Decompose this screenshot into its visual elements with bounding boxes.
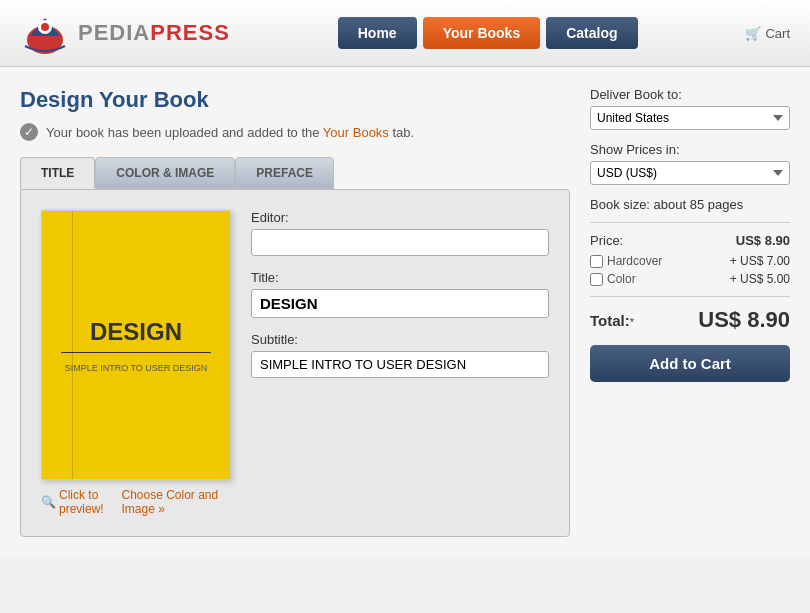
total-label: Total:: [590, 312, 630, 329]
logo-area: PEDIAPRESS: [20, 8, 230, 58]
book-spine-line: [72, 211, 73, 479]
subtitle-label: Subtitle:: [251, 332, 549, 347]
sidebar: Deliver Book to: United States Show Pric…: [590, 87, 790, 537]
hardcover-price: + US$ 7.00: [730, 254, 790, 268]
title-field-group: Title:: [251, 270, 549, 318]
price-section: Price: US$ 8.90 Hardcover + US$ 7.00 Col…: [590, 222, 790, 382]
content-area: Design Your Book ✓ Your book has been up…: [20, 87, 570, 537]
editor-panel: DESIGN SIMPLE INTRO TO USER DESIGN 🔍 Cli…: [20, 189, 570, 537]
book-cover: DESIGN SIMPLE INTRO TO USER DESIGN: [41, 210, 231, 480]
magnify-icon: 🔍: [41, 495, 56, 509]
book-size-info: Book size: about 85 pages: [590, 197, 790, 212]
home-button[interactable]: Home: [338, 17, 417, 49]
title-label: Title:: [251, 270, 549, 285]
hardcover-option-left: Hardcover: [590, 254, 662, 268]
editor-input[interactable]: [251, 229, 549, 256]
your-books-link[interactable]: Your Books: [323, 125, 389, 140]
base-price-row: Price: US$ 8.90: [590, 233, 790, 248]
tabs: TITLE COLOR & IMAGE PREFACE: [20, 157, 570, 189]
deliver-label: Deliver Book to:: [590, 87, 790, 102]
book-cover-title: DESIGN: [90, 318, 182, 346]
header: PEDIAPRESS Home Your Books Catalog 🛒 Car…: [0, 0, 810, 67]
page-title: Design Your Book: [20, 87, 570, 113]
hardcover-option-row: Hardcover + US$ 7.00: [590, 254, 790, 268]
add-to-cart-button[interactable]: Add to Cart: [590, 345, 790, 382]
deliver-select[interactable]: United States: [590, 106, 790, 130]
subtitle-field-group: Subtitle:: [251, 332, 549, 378]
main-content: Design Your Book ✓ Your book has been up…: [0, 67, 810, 557]
color-price: + US$ 5.00: [730, 272, 790, 286]
cart-area[interactable]: 🛒 Cart: [745, 26, 790, 41]
logo-text: PEDIAPRESS: [78, 20, 230, 46]
cart-icon: 🛒: [745, 26, 761, 41]
form-fields: Editor: Title: Subtitle:: [251, 210, 549, 516]
tab-preface[interactable]: PREFACE: [235, 157, 334, 189]
editor-field-group: Editor:: [251, 210, 549, 256]
upload-notice: ✓ Your book has been uploaded and added …: [20, 123, 570, 141]
upload-notice-text: Your book has been uploaded and added to…: [46, 125, 414, 140]
check-icon: ✓: [20, 123, 38, 141]
price-value: US$ 8.90: [736, 233, 790, 248]
book-divider: [61, 352, 211, 353]
total-value: US$ 8.90: [698, 307, 790, 333]
total-row: Total:* US$ 8.90: [590, 296, 790, 333]
tab-color-image[interactable]: COLOR & IMAGE: [95, 157, 235, 189]
title-input[interactable]: [251, 289, 549, 318]
color-option-row: Color + US$ 5.00: [590, 272, 790, 286]
color-label: Color: [607, 272, 636, 286]
svg-point-3: [41, 23, 49, 31]
hardcover-checkbox[interactable]: [590, 255, 603, 268]
nav: Home Your Books Catalog: [338, 17, 638, 49]
preview-row: 🔍 Click to preview! Choose Color and Ima…: [41, 488, 231, 516]
your-books-button[interactable]: Your Books: [423, 17, 541, 49]
book-cover-subtitle: SIMPLE INTRO TO USER DESIGN: [55, 363, 218, 373]
catalog-button[interactable]: Catalog: [546, 17, 637, 49]
editor-label: Editor:: [251, 210, 549, 225]
tab-title[interactable]: TITLE: [20, 157, 95, 189]
book-preview: DESIGN SIMPLE INTRO TO USER DESIGN 🔍 Cli…: [41, 210, 231, 516]
color-option-left: Color: [590, 272, 636, 286]
hardcover-label: Hardcover: [607, 254, 662, 268]
preview-link[interactable]: 🔍 Click to preview!: [41, 488, 121, 516]
total-asterisk: *: [630, 316, 634, 328]
total-label-area: Total:*: [590, 312, 634, 329]
prices-select[interactable]: USD (US$) EUR (€) GBP (£): [590, 161, 790, 185]
choose-color-link[interactable]: Choose Color and Image »: [121, 488, 231, 516]
price-label: Price:: [590, 233, 623, 248]
color-checkbox[interactable]: [590, 273, 603, 286]
prices-label: Show Prices in:: [590, 142, 790, 157]
cart-label: Cart: [765, 26, 790, 41]
logo-icon: [20, 8, 70, 58]
subtitle-input[interactable]: [251, 351, 549, 378]
